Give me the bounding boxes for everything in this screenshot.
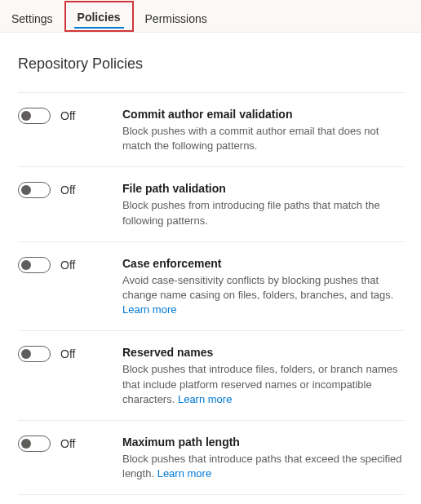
policy-reserved-names: Off Reserved names Block pushes that int…: [18, 330, 405, 420]
policy-desc-text: Avoid case-sensitivity conflicts by bloc…: [122, 274, 393, 301]
policy-title: Maximum path length: [122, 435, 405, 449]
policy-body: File path validation Block pushes from i…: [122, 182, 405, 228]
policy-body: Case enforcement Avoid case-sensitivity …: [122, 257, 405, 318]
policy-desc: Avoid case-sensitivity conflicts by bloc…: [122, 273, 405, 318]
policy-max-path-length: Off Maximum path length Block pushes tha…: [18, 420, 405, 494]
policy-desc: Block pushes that introduce paths that e…: [122, 452, 405, 481]
policy-desc: Block pushes with a commit author email …: [122, 124, 405, 153]
tabs-bar: Settings Policies Permissions: [0, 0, 421, 33]
toggle-knob: [21, 111, 31, 121]
toggle-wrap: Off: [18, 108, 122, 124]
learn-more-link[interactable]: Learn more: [122, 303, 176, 316]
toggle-knob: [21, 349, 31, 359]
toggle-wrap: Off: [18, 182, 122, 198]
policy-desc: Block pushes from introducing file paths…: [122, 198, 405, 228]
toggle-label: Off: [60, 183, 75, 197]
toggle-knob: [21, 185, 31, 195]
toggle-label: Off: [60, 259, 75, 272]
toggle-wrap: Off: [18, 346, 122, 362]
toggle-max-path-length[interactable]: [18, 435, 51, 452]
policy-title: Reserved names: [122, 346, 405, 359]
toggle-knob: [21, 439, 31, 449]
page-content: Repository Policies Off Commit author em…: [0, 33, 421, 504]
toggle-reserved-names[interactable]: [18, 346, 51, 362]
policy-title: Commit author email validation: [122, 108, 405, 121]
page-title: Repository Policies: [18, 55, 405, 73]
toggle-commit-author-email[interactable]: [18, 108, 51, 124]
policy-file-path-validation: Off File path validation Block pushes fr…: [18, 166, 405, 241]
policy-title: Case enforcement: [122, 257, 405, 270]
policy-commit-author-email: Off Commit author email validation Block…: [18, 92, 405, 166]
learn-more-link[interactable]: Learn more: [157, 467, 211, 480]
toggle-case-enforcement[interactable]: [18, 257, 51, 273]
policy-desc: Block pushes that introduce files, folde…: [122, 362, 405, 407]
policy-body: Maximum path length Block pushes that in…: [122, 435, 405, 481]
policy-max-file-size: Off Maximum file size Block pushes that …: [18, 494, 405, 504]
policy-title: File path validation: [122, 182, 405, 195]
tab-settings[interactable]: Settings: [0, 4, 64, 32]
policy-case-enforcement: Off Case enforcement Avoid case-sensitiv…: [18, 241, 405, 331]
toggle-label: Off: [60, 437, 75, 450]
toggle-wrap: Off: [18, 257, 122, 273]
policy-body: Commit author email validation Block pus…: [122, 108, 405, 153]
toggle-label: Off: [60, 109, 75, 122]
toggle-knob: [21, 260, 31, 270]
toggle-label: Off: [60, 347, 75, 360]
tab-policies[interactable]: Policies: [64, 1, 134, 32]
policy-desc-text: Block pushes that introduce files, folde…: [122, 363, 397, 405]
toggle-wrap: Off: [18, 435, 122, 452]
learn-more-link[interactable]: Learn more: [178, 393, 232, 405]
policy-body: Reserved names Block pushes that introdu…: [122, 346, 405, 407]
toggle-file-path-validation[interactable]: [18, 182, 51, 198]
tab-permissions[interactable]: Permissions: [134, 4, 219, 32]
